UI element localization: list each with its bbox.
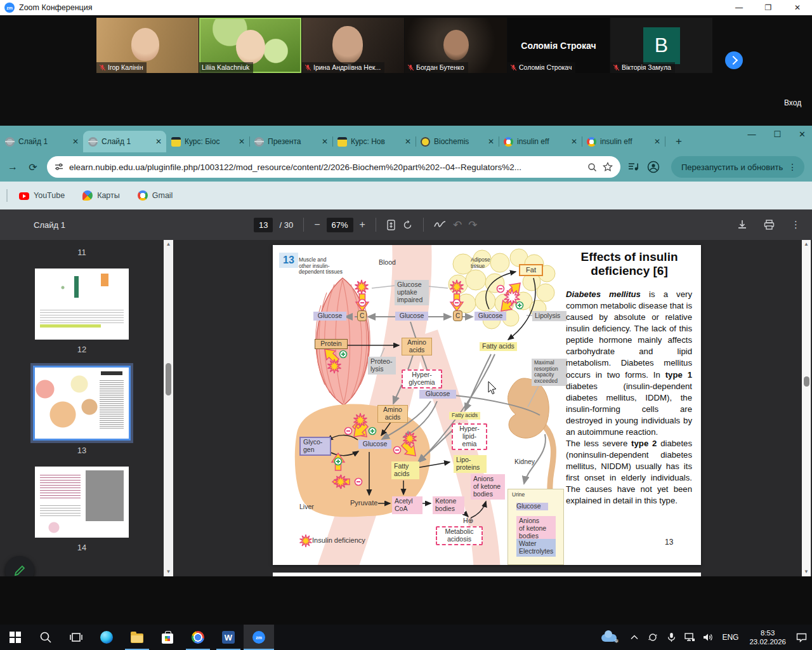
notification-icon[interactable] (794, 633, 808, 642)
sidebar-scrollbar[interactable]: ▲ ▼ (164, 240, 173, 576)
browser-maximize-button[interactable]: ☐ (773, 129, 781, 139)
chrome-icon (192, 631, 204, 644)
weather-icon[interactable]: ❄ (601, 632, 618, 643)
print-icon[interactable] (764, 220, 775, 230)
browser-minimize-button[interactable]: — (747, 129, 756, 139)
browser-tab[interactable]: Слайд 1 ✕ (83, 131, 166, 152)
tab-close-icon[interactable]: ✕ (237, 137, 247, 146)
browser-tab[interactable]: Слайд 1 ✕ (0, 131, 83, 152)
zoom-out-button[interactable]: − (314, 219, 320, 230)
tab-label: Слайд 1 (102, 137, 152, 146)
tab-close-icon[interactable]: ✕ (569, 137, 579, 146)
scroll-down-icon[interactable]: ▼ (164, 567, 173, 576)
word-button[interactable]: W (213, 625, 244, 650)
browser-tab[interactable]: Презента ✕ (249, 131, 332, 152)
diagram-label: C (357, 310, 367, 321)
bookmark-favicon (19, 192, 29, 200)
scroll-up-icon[interactable]: ▲ (164, 240, 173, 249)
bookmark-item[interactable]: Gmail (138, 190, 173, 201)
bookmark-star-icon[interactable] (603, 162, 613, 172)
zoom-minimize-button[interactable]: — (724, 3, 754, 12)
pdf-content-area: 11 12 13 14 ▲ ▼ (0, 240, 812, 576)
bookmark-label: YouTube (34, 191, 65, 200)
participant-tile[interactable]: Ігор Калінін (96, 18, 199, 73)
main-scroll-thumb[interactable] (804, 376, 809, 387)
chrome-button[interactable] (183, 625, 213, 650)
participant-tile[interactable]: Liliia Kalachniuk (199, 18, 301, 73)
zoom-in-button[interactable]: + (360, 219, 365, 230)
fit-page-icon[interactable] (386, 220, 396, 230)
tab-close-icon[interactable]: ✕ (486, 137, 496, 146)
task-view-button[interactable] (61, 625, 91, 650)
rotate-icon[interactable] (402, 220, 413, 230)
restart-update-button[interactable]: Перезапустить и обновить ⋮ (671, 156, 804, 178)
new-tab-button[interactable]: + (670, 133, 688, 150)
download-icon[interactable] (737, 220, 747, 230)
url-text: elearn.nubip.edu.ua/pluginfile.php/10031… (69, 162, 582, 172)
language-indicator[interactable]: ENG (722, 633, 738, 642)
participant-tile[interactable]: Ірина Андріївна Нек... (302, 18, 404, 73)
zoom-level-input[interactable]: 67% (327, 218, 353, 232)
tab-label: insulin eff (600, 137, 651, 146)
thumbnail-item: 12 (0, 269, 164, 363)
participant-tile[interactable]: Соломія Строкач Соломія Строкач (508, 18, 610, 73)
store-button[interactable] (152, 625, 183, 650)
search-button[interactable] (30, 625, 61, 650)
teams-sync-icon[interactable] (646, 632, 660, 642)
volume-icon[interactable] (701, 633, 715, 642)
zoom-close-button[interactable]: ✕ (783, 3, 812, 12)
folder-icon (131, 633, 143, 643)
browser-tab[interactable]: insulin eff ✕ (499, 131, 582, 152)
bookmark-label: Gmail (152, 191, 173, 200)
browser-close-button[interactable]: ✕ (799, 129, 806, 139)
browser-tab[interactable]: insulin eff ✕ (582, 131, 665, 152)
sidebar-scroll-thumb[interactable] (166, 363, 171, 395)
tab-close-icon[interactable]: ✕ (320, 137, 330, 146)
browser-tab[interactable]: Курс: Нов ✕ (332, 131, 416, 152)
scroll-up-icon[interactable]: ▲ (802, 240, 811, 249)
url-field[interactable]: elearn.nubip.edu.ua/pluginfile.php/10031… (47, 156, 620, 178)
zoom-app-button[interactable]: zm (244, 625, 274, 650)
diagram-label: Metabolic acidosis (436, 526, 483, 545)
diagram-label: Protein (315, 339, 348, 349)
page-thumbnail[interactable] (33, 366, 131, 441)
browser-tab[interactable]: Biochemis ✕ (416, 131, 499, 152)
page-thumbnail[interactable] (35, 269, 129, 340)
tab-close-icon[interactable]: ✕ (652, 137, 662, 146)
page-number-input[interactable]: 13 (254, 218, 273, 232)
next-participants-button[interactable] (725, 51, 743, 69)
tab-close-icon[interactable]: ✕ (70, 137, 81, 146)
profile-icon[interactable] (647, 161, 660, 173)
bookmark-item[interactable]: YouTube (19, 191, 65, 200)
tab-close-icon[interactable]: ✕ (154, 137, 164, 146)
tab-close-icon[interactable]: ✕ (403, 137, 413, 146)
browser-tab[interactable]: Курс: Біос ✕ (166, 131, 249, 152)
scroll-down-icon[interactable]: ▼ (802, 567, 811, 576)
diagram-label: Lipolysis (532, 311, 566, 321)
main-scrollbar[interactable]: ▲ ▼ (802, 240, 811, 576)
media-controls-icon[interactable] (628, 162, 639, 172)
pdf-menu-icon[interactable]: ⋮ (791, 219, 801, 230)
zoom-page-icon[interactable] (587, 162, 597, 172)
mic-muted-icon (407, 64, 414, 71)
browser-menu-icon[interactable]: ⋮ (788, 162, 797, 172)
forward-icon[interactable]: → (6, 161, 19, 173)
diagram-label: Lipo- proteins (454, 455, 487, 473)
page-thumbnail[interactable] (35, 467, 129, 538)
tray-expand-icon[interactable] (627, 635, 641, 640)
edge-button[interactable] (91, 625, 122, 650)
signin-link[interactable]: Вход (784, 98, 801, 107)
start-button[interactable] (0, 625, 30, 650)
participant-tile[interactable]: B Вікторія Замула (610, 18, 712, 73)
site-settings-icon[interactable] (55, 162, 63, 171)
clock[interactable]: 8:5323.02.2026 (749, 628, 786, 647)
microphone-tray-icon[interactable] (664, 632, 678, 642)
bookmark-item[interactable]: Карты (82, 190, 120, 201)
zoom-restore-button[interactable]: ❐ (754, 3, 783, 12)
annotate-pen-icon[interactable] (434, 220, 447, 229)
participant-tile[interactable]: Богдан Бутенко (405, 18, 507, 73)
network-icon[interactable] (683, 633, 697, 642)
edge-icon (100, 631, 113, 644)
reload-icon[interactable]: ⟳ (27, 161, 39, 173)
file-explorer-button[interactable] (122, 625, 152, 650)
